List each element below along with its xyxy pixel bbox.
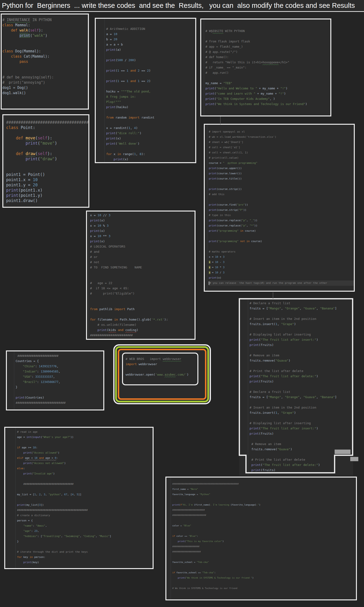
code-line: color = "Blue" [172, 523, 355, 528]
code-token: 2 [138, 69, 140, 72]
code-token: == [119, 69, 127, 72]
code-line [249, 311, 352, 316]
code-token: / [123, 58, 128, 62]
code-panel-countries-dict[interactable]: #######################Countries = { "Ch… [6, 350, 104, 410]
code-token: and [130, 79, 136, 83]
code-token: my_name = [206, 81, 223, 85]
code-token: 20 [114, 38, 117, 41]
code-token: 'www. [155, 373, 165, 376]
code-token: ( [38, 157, 40, 161]
code-token: print [6, 193, 18, 198]
code-token: : [ [38, 535, 42, 538]
code-line: x = randint(1, 4) [106, 125, 194, 131]
code-token: : [35, 364, 39, 368]
code-line: print(course.replace("p", "_")) [209, 218, 354, 223]
code-token: # [2, 18, 7, 22]
code-token: dog1.walk() [2, 91, 26, 95]
code-line [249, 415, 352, 421]
code-token: print [209, 229, 217, 232]
code-line: ########################################… [17, 508, 152, 513]
code-line: ####################### [90, 333, 194, 338]
code-token: dog1 = Dog() [2, 86, 28, 90]
code-token: self [38, 151, 47, 156]
code-token: x = [90, 224, 97, 227]
code-token: "Coding" [83, 535, 95, 538]
code-token [6, 136, 16, 140]
code-panel-webbrowser[interactable]: # WEB BROS import webbrowserimport webbr… [122, 353, 198, 385]
code-panel-operators[interactable]: x = 10 // 3print(x)x = 10 % 3print(x)x =… [86, 211, 195, 340]
code-token: "Guava" [276, 359, 289, 362]
code-token: "Indian" [23, 370, 37, 373]
code-token: "USA" [23, 375, 32, 378]
code-token [129, 69, 130, 72]
code-token: : [31, 529, 34, 533]
code-line [106, 120, 194, 125]
code-token: ################################ [24, 483, 74, 486]
title-bar: Python for Berginners ... write these co… [0, 0, 364, 12]
code-panel-fruit-list[interactable]: # Declare a fruit listfruits = ["Mango",… [239, 298, 353, 476]
code-token: + my_name + [257, 87, 280, 90]
code-token [16, 370, 23, 373]
code-token: for [106, 152, 112, 156]
code-line: print("The fruit list after delete:") [249, 374, 352, 379]
code-panel-website[interactable]: # W§EBSITE WITH PYTHON# from flask impor… [200, 18, 331, 117]
code-token: (my_list[ [25, 503, 39, 506]
code-token: # W§ [206, 29, 213, 33]
code-line [172, 497, 355, 502]
code-token: : [24, 467, 25, 470]
code-token: ) [138, 142, 140, 145]
code-token: ) [187, 373, 189, 376]
code-token: , [74, 493, 77, 496]
code-token: } [16, 385, 17, 389]
code-token: "hobbies" [24, 535, 38, 538]
code-token: ) [134, 58, 136, 62]
code-line: x = 10 - 3 [209, 260, 354, 265]
code-token: print [90, 229, 99, 233]
code-line: a = 10 [106, 32, 194, 37]
code-token: print [251, 468, 261, 472]
code-token: # def home(): [206, 55, 229, 59]
code-panel-course-strings[interactable]: # import openpyxl as xl# wb = xl.load_wo… [204, 124, 355, 292]
code-token: x [209, 266, 210, 269]
code-token [23, 136, 26, 140]
code-token: 0 [55, 456, 56, 460]
code-token: , [281, 395, 285, 399]
code-token: ) [149, 79, 151, 83]
code-line: # We think in SYSTEMS & Technology is ou… [172, 586, 355, 591]
code-line: ################################### [6, 120, 88, 125]
code-token [249, 442, 251, 446]
code-token: ) [64, 462, 66, 465]
code-token: Path.home().glob( [118, 318, 151, 321]
code-token: ( [116, 142, 117, 145]
code-token [2, 54, 11, 59]
code-panel-inheritance[interactable]: # INHERETANCE IN PYTHONclass Mammal: def… [1, 13, 89, 109]
code-line: print(a) [106, 47, 194, 53]
code-panel-greeting[interactable]: ########################################… [165, 476, 357, 600]
code-token: # We think in SYSTEMS & Technology is ou… [172, 587, 237, 589]
code-token: ( [35, 151, 38, 156]
code-token [106, 158, 114, 161]
code-token: def [11, 28, 17, 32]
code-line: point1 = Point() [6, 172, 88, 177]
code-token: ) [316, 338, 318, 342]
code-panel-age-check[interactable]: # read in ageage = int(input("What's you… [4, 427, 154, 569]
code-token: '*.rxt' [151, 318, 164, 321]
code-line: "Brazil": 1234566677, [16, 379, 102, 385]
code-token: class [2, 23, 13, 27]
code-panel-arithmetic[interactable]: # Arithmetic ADDITIONa = 10b = 20a = a +… [95, 18, 196, 163]
gutter-line [207, 125, 207, 291]
code-line: "USA": 3333333337, [16, 374, 102, 379]
code-token: {first_name} [194, 503, 210, 506]
code-token: "!" [280, 87, 286, 90]
code-token: x = [90, 213, 97, 217]
code-token: (x) [116, 137, 121, 140]
code-token: self [30, 28, 39, 32]
code-line: # Declare a fruit list [249, 301, 352, 306]
code-panel-point-class[interactable]: ###################################class… [2, 114, 89, 208]
code-token: , [61, 535, 64, 538]
code-line: print(course.lower()) [209, 171, 354, 176]
code-line: dog1 = Dog() [2, 85, 87, 90]
code-token: print [249, 432, 259, 435]
code-token: 10 [215, 261, 218, 264]
code-token: (course.replace( [217, 219, 242, 222]
